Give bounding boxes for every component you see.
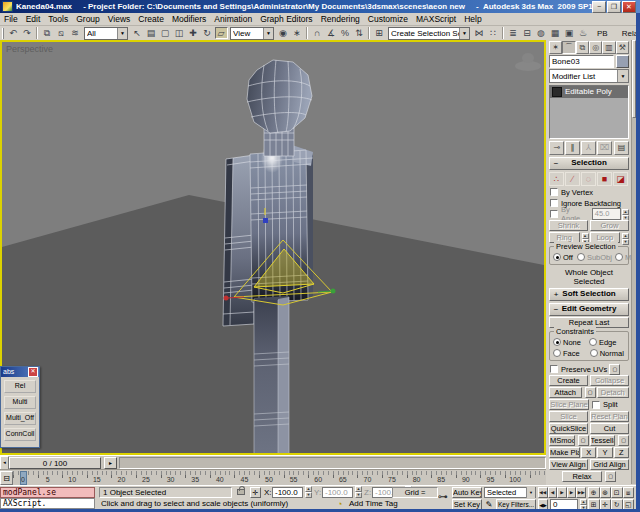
tessellate-button[interactable]: Tessellate: [590, 435, 616, 446]
make-planar-button[interactable]: Make Planar: [549, 447, 580, 458]
object-color-swatch[interactable]: [616, 55, 629, 68]
menu-tools[interactable]: Tools: [44, 14, 72, 24]
go-to-start-button[interactable]: ◀◀: [538, 487, 548, 498]
menu-customize[interactable]: Customize: [364, 14, 412, 24]
menu-graph-editors[interactable]: Graph Editors: [256, 14, 316, 24]
select-and-manipulate-icon[interactable]: ∗: [291, 27, 304, 39]
by-angle-spinner[interactable]: ▲▼: [622, 209, 629, 219]
edit-geometry-rollout-header[interactable]: −Edit Geometry: [549, 303, 629, 316]
ring-spinner[interactable]: ▲▼: [582, 233, 589, 243]
minimize-button[interactable]: −: [592, 1, 606, 13]
rendered-frame-window-icon[interactable]: ▣: [563, 27, 576, 39]
maxscript-mini-listener[interactable]: AXScript.: [0, 498, 95, 509]
menu-group[interactable]: Group: [72, 14, 104, 24]
configure-modifier-sets-icon[interactable]: ▤: [614, 141, 629, 155]
floating-dialog-titlebar[interactable]: abs ✕: [1, 367, 39, 377]
soft-selection-rollout-header[interactable]: +Soft Selection: [549, 288, 629, 301]
open-mini-curve-editor-button[interactable]: ⊟: [0, 471, 13, 485]
multi-off-button[interactable]: Multi_Off: [4, 412, 36, 425]
view-align-button[interactable]: View Align: [549, 459, 588, 470]
select-by-name-icon[interactable]: ▤: [145, 27, 158, 39]
attach-button[interactable]: Attach: [549, 387, 582, 398]
select-and-scale-icon[interactable]: ▱: [215, 27, 228, 39]
menu-views[interactable]: Views: [104, 14, 135, 24]
previous-frame-arrow[interactable]: ◂: [0, 456, 9, 470]
layer-manager-icon[interactable]: ≣: [507, 27, 520, 39]
close-icon[interactable]: ✕: [28, 367, 38, 377]
collapse-button[interactable]: Collapse: [590, 375, 629, 386]
by-vertex-checkbox[interactable]: [550, 188, 558, 196]
material-editor-icon[interactable]: ◍: [535, 27, 548, 39]
select-and-link-icon[interactable]: ⧉: [41, 27, 54, 39]
shrink-button[interactable]: Shrink: [549, 220, 588, 231]
preview-off-radio[interactable]: [553, 253, 561, 261]
object-name-field[interactable]: Bone03: [549, 55, 614, 68]
spinner-snap-icon[interactable]: ⇅: [353, 27, 366, 39]
x-coord-spinner[interactable]: ▲▼: [305, 486, 312, 496]
attach-settings-button[interactable]: ▢: [585, 387, 596, 398]
rel-button[interactable]: Rel: [4, 380, 36, 393]
planar-y-button[interactable]: Y: [597, 447, 612, 458]
align-icon[interactable]: ∷: [487, 27, 500, 39]
next-frame-button[interactable]: ▶: [567, 487, 577, 498]
zoom-all-icon[interactable]: ⊛: [600, 487, 612, 498]
select-and-move-icon[interactable]: ✚: [187, 27, 200, 39]
pin-stack-icon[interactable]: ⊸: [549, 141, 564, 155]
snaps-toggle-icon[interactable]: ∩: [311, 27, 324, 39]
constraint-normal-radio[interactable]: [590, 349, 598, 357]
constraint-face-radio[interactable]: [553, 349, 561, 357]
next-frame-arrow[interactable]: ▸: [104, 457, 117, 469]
polygon-icon[interactable]: ■: [597, 172, 612, 186]
y-coord-field[interactable]: -100.0: [322, 487, 353, 498]
chevron-down-icon[interactable]: ▼: [526, 487, 535, 498]
play-button[interactable]: ▶: [557, 487, 567, 498]
create-button[interactable]: Create: [549, 375, 588, 386]
conncoll-button[interactable]: ConnColl: [4, 428, 36, 441]
menu-rendering[interactable]: Rendering: [317, 14, 364, 24]
redo-icon[interactable]: ↷: [21, 27, 34, 39]
pb-button[interactable]: PB: [590, 29, 615, 38]
edit-named-selection-sets-icon[interactable]: ⊞: [373, 27, 386, 39]
by-angle-field[interactable]: 45.0: [592, 208, 621, 220]
motion-tab[interactable]: ◎: [589, 41, 602, 54]
constraint-none-radio[interactable]: [553, 338, 561, 346]
reference-coordinate-system-dropdown[interactable]: View▼: [230, 27, 274, 40]
preserve-uvs-settings-button[interactable]: ▢: [609, 364, 620, 375]
frame-spinner[interactable]: ▲▼: [580, 499, 587, 509]
split-checkbox[interactable]: [592, 401, 600, 409]
preview-multi-radio[interactable]: [615, 253, 623, 261]
trackbar-ruler[interactable]: 0510152025303540455055606570758085909510…: [13, 471, 546, 485]
zoom-extents-all-icon[interactable]: ⧈: [623, 487, 635, 498]
constraint-edge-radio[interactable]: [589, 338, 597, 346]
reset-plane-button[interactable]: Reset Plane: [590, 411, 629, 422]
cut-button[interactable]: Cut: [590, 423, 629, 434]
graph-editors-icon[interactable]: ⊟: [521, 27, 534, 39]
loop-spinner[interactable]: ▲▼: [622, 233, 629, 243]
render-setup-icon[interactable]: ▦: [549, 27, 562, 39]
msmooth-settings-button[interactable]: ▢: [578, 435, 589, 446]
selection-rollout-header[interactable]: −Selection: [549, 157, 629, 170]
undo-icon[interactable]: ↶: [7, 27, 20, 39]
chevron-down-icon[interactable]: ▼: [263, 28, 273, 39]
planar-x-button[interactable]: X: [581, 447, 596, 458]
grow-button[interactable]: Grow: [590, 220, 629, 231]
create-tab[interactable]: ✶: [549, 41, 562, 54]
border-icon[interactable]: ◌: [581, 172, 596, 186]
chevron-down-icon[interactable]: ▼: [117, 28, 127, 39]
display-tab[interactable]: ▥: [602, 41, 615, 54]
mirror-icon[interactable]: ⋈: [473, 27, 486, 39]
unlink-selection-icon[interactable]: ⧅: [55, 27, 68, 39]
relax-button[interactable]: Relax: [562, 471, 602, 482]
preview-subobj-radio[interactable]: [577, 253, 585, 261]
maxscript-mini-listener-macro[interactable]: modPanel.se: [0, 487, 95, 498]
menu-file[interactable]: File: [0, 14, 22, 24]
detach-button[interactable]: Detach: [597, 387, 630, 398]
quickslice-button[interactable]: QuickSlice: [549, 423, 588, 434]
slice-button[interactable]: Slice: [549, 411, 588, 422]
multi-button[interactable]: Multi: [4, 396, 36, 409]
menu-help[interactable]: Help: [460, 14, 485, 24]
time-slider-handle[interactable]: 0 / 100: [9, 457, 101, 469]
make-unique-icon[interactable]: ⅄: [581, 141, 596, 155]
relax-settings-button[interactable]: ▢: [605, 471, 616, 482]
modify-tab[interactable]: ⌒: [562, 41, 575, 54]
